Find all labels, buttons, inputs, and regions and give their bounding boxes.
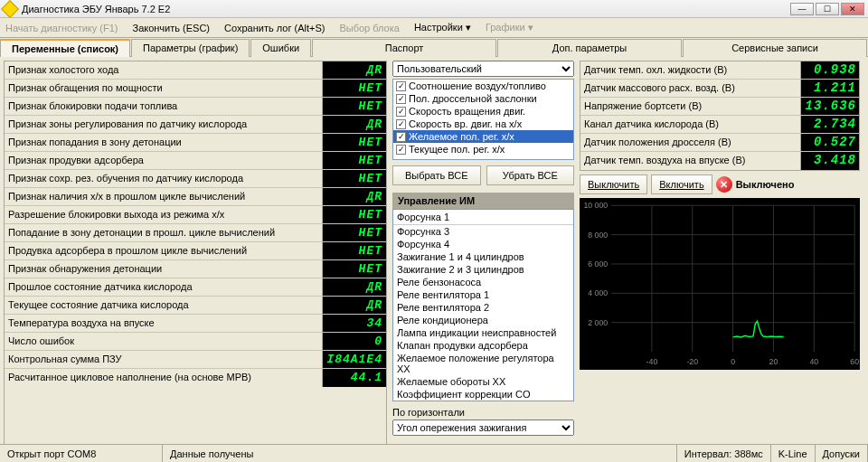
main-tabs: Переменные (список) Параметры (график) О… — [0, 38, 868, 56]
variable-label: Текущее состояние датчика кислорода — [5, 297, 323, 314]
checklist-item[interactable]: ✓Пол. дроссельной заслонки — [393, 92, 573, 105]
tab-variables[interactable]: Переменные (список) — [0, 39, 130, 57]
variable-value: НЕТ — [323, 152, 386, 169]
variable-row[interactable]: Попадание в зону детонации в прошл. цикл… — [5, 224, 386, 242]
checkbox-icon[interactable]: ✓ — [396, 132, 406, 142]
checkbox-icon[interactable]: ✓ — [396, 107, 406, 117]
variable-row[interactable]: Текущее состояние датчика кислородаДR — [5, 297, 386, 315]
im-option[interactable]: Реле бензонасоса — [393, 276, 573, 288]
variable-row[interactable]: Расчитанное цикловое наполнение (на осно… — [5, 369, 386, 387]
stop-icon[interactable]: ✕ — [716, 176, 732, 193]
variable-label: Попадание в зону детонации в прошл. цикл… — [5, 224, 323, 241]
tab-params[interactable]: Параметры (график) — [131, 39, 250, 57]
close-button[interactable]: ✕ — [841, 3, 864, 15]
variable-row[interactable]: Признак блокировки подачи топливаНЕТ — [5, 98, 386, 116]
variable-row[interactable]: Признак попадания в зону детонацииНЕТ — [5, 134, 386, 152]
variable-row[interactable]: Контрольная сумма ПЗУI84A1E4 — [5, 351, 386, 369]
checkbox-icon[interactable]: ✓ — [396, 119, 406, 129]
variable-row[interactable]: Прошлое состояние датчика кислородаДR — [5, 278, 386, 297]
status-port: Открыт порт COM8 — [0, 445, 163, 462]
variable-row[interactable]: Продувка адсорбера в прошлом цикле вычис… — [5, 242, 386, 260]
variable-label: Расчитанное цикловое наполнение (на осно… — [5, 369, 323, 387]
variable-value: ДR — [323, 297, 386, 314]
variable-row[interactable]: Признак обгащения по мощностиНЕТ — [5, 80, 386, 98]
svg-text:40: 40 — [809, 357, 818, 366]
horizontal-select[interactable]: Угол опережения зажигания — [392, 420, 574, 436]
variable-row[interactable]: Признак наличия х/х в прошлом цикле вычи… — [5, 188, 386, 206]
menu-finish[interactable]: Закончить (ESC) — [132, 23, 210, 33]
tab-passport[interactable]: Паспорт — [312, 39, 496, 57]
select-all-button[interactable]: Выбрать ВСЕ — [392, 165, 481, 185]
variable-label: Признак блокировки подачи топлива — [5, 98, 323, 115]
im-option[interactable]: Желаемые обороты ХХ — [393, 375, 573, 388]
variable-row[interactable]: Признак зоны регулирования по датчику ки… — [5, 116, 386, 134]
variable-row[interactable]: Признак продувки адсорбераНЕТ — [5, 152, 386, 170]
variable-row[interactable]: Разрешение блокировки выхода из режима х… — [5, 206, 386, 224]
app-icon — [1, 0, 19, 17]
checklist-item[interactable]: ✓Желаемое пол. рег. х/х — [393, 130, 573, 143]
im-option[interactable]: Реле вентилятора 1 — [393, 288, 573, 301]
variable-value: ДR — [323, 61, 386, 79]
im-option[interactable]: Клапан продувки адсорбера — [393, 339, 573, 352]
variable-row[interactable]: Признак холостого ходаДR — [5, 61, 386, 80]
menu-start: Начать диагностику (F1) — [5, 23, 118, 33]
im-option[interactable]: Форсунка 4 — [393, 238, 573, 250]
svg-text:-20: -20 — [686, 357, 698, 366]
checklist-item[interactable]: ✓Скорость вращения двиг. — [393, 105, 573, 118]
im-option[interactable]: Желаемое положение регулятора ХХ — [393, 352, 573, 375]
svg-text:60: 60 — [850, 357, 859, 366]
svg-text:6 000: 6 000 — [588, 259, 608, 269]
variable-value: НЕТ — [323, 98, 386, 115]
variable-label: Признак продувки адсорбера — [5, 152, 323, 169]
im-option[interactable]: Зажигание 2 и 3 цилиндров — [393, 263, 573, 276]
menu-block: Выбор блока — [339, 23, 399, 33]
checkbox-icon[interactable]: ✓ — [396, 145, 406, 155]
deselect-all-button[interactable]: Убрать ВСЕ — [486, 165, 575, 185]
tab-extra[interactable]: Доп. параметры — [497, 39, 682, 57]
variable-row[interactable]: Число ошибок0 — [5, 333, 386, 351]
menu-save[interactable]: Сохранить лог (Alt+S) — [224, 23, 325, 33]
checklist-item[interactable]: ✓Соотношение воздух/топливо — [393, 80, 573, 92]
variable-value: 44.1 — [323, 369, 386, 387]
tab-errors[interactable]: Ошибки — [250, 39, 311, 57]
variable-label: Прошлое состояние датчика кислорода — [5, 278, 323, 296]
im-dropdown[interactable]: Форсунка 1 Форсунка 3Форсунка 4Зажигание… — [392, 209, 574, 401]
im-off-button[interactable]: Выключить — [580, 174, 647, 194]
im-option[interactable]: Коэффициент коррекции CO — [393, 388, 573, 401]
variable-label: Признак обгащения по мощности — [5, 80, 323, 97]
minimize-button[interactable]: — — [790, 3, 814, 15]
im-on-button[interactable]: Включить — [651, 174, 712, 194]
variable-value: ДR — [323, 116, 386, 133]
variable-value: НЕТ — [323, 134, 386, 151]
variable-row[interactable]: Признак сохр. рез. обучения по датчику к… — [5, 170, 386, 188]
sensor-label: Датчик положения дросселя (В) — [580, 134, 801, 151]
svg-text:4 000: 4 000 — [588, 288, 608, 297]
im-header: Управление ИМ — [392, 193, 574, 209]
checkbox-icon[interactable]: ✓ — [396, 81, 406, 91]
im-option[interactable]: Реле кондиционера — [393, 314, 573, 326]
variable-label: Признак наличия х/х в прошлом цикле вычи… — [5, 188, 323, 205]
variable-row[interactable]: Температура воздуха на впуске34 — [5, 315, 386, 333]
checkbox-icon[interactable]: ✓ — [396, 94, 406, 104]
maximize-button[interactable]: ☐ — [816, 3, 839, 15]
checklist-item[interactable]: ✓Текущее пол. рег. х/х — [393, 143, 573, 156]
menu-settings[interactable]: Настройки ▾ — [414, 22, 471, 33]
svg-text:10 000: 10 000 — [583, 201, 608, 210]
im-option[interactable]: Реле вентилятора 2 — [393, 301, 573, 314]
tab-service[interactable]: Сервисные записи — [683, 39, 867, 57]
preset-select[interactable]: Пользовательский — [392, 61, 574, 77]
variable-value: НЕТ — [323, 170, 386, 187]
im-option[interactable]: Зажигание 1 и 4 цилиндров — [393, 250, 573, 263]
variable-row[interactable]: Признак обнаружения детонацииНЕТ — [5, 260, 386, 278]
param-checklist[interactable]: ✓Соотношение воздух/топливо✓Пол. дроссел… — [392, 79, 574, 160]
status-data: Данные получены — [163, 445, 677, 462]
checklist-item[interactable]: ✓Скорость вр. двиг. на х/х — [393, 118, 573, 130]
sensor-row: Датчик положения дросселя (В)0.527 — [580, 134, 859, 152]
sensor-label: Канал датчика кислорода (В) — [580, 116, 801, 133]
variable-value: НЕТ — [323, 224, 386, 241]
im-option[interactable]: Форсунка 3 — [393, 225, 573, 238]
im-option[interactable]: Лампа индикации неисправностей — [393, 326, 573, 339]
sensor-label: Датчик массового расх. возд. (В) — [580, 80, 801, 97]
variable-value: I84A1E4 — [323, 351, 386, 368]
variable-value: ДR — [323, 188, 386, 205]
